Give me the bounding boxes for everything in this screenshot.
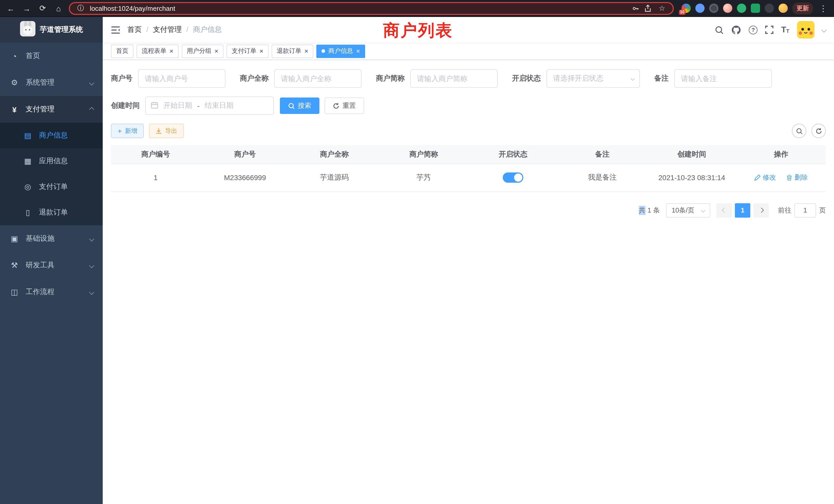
reset-button[interactable]: 重置 xyxy=(325,97,364,114)
filter-create-time: 创建时间 开始日期 - 结束日期 xyxy=(111,96,274,115)
forward-icon[interactable] xyxy=(21,3,32,14)
prev-page-button[interactable] xyxy=(717,203,732,217)
sidebar-item-system[interactable]: 系统管理 xyxy=(0,69,103,96)
merchant-table: 商户编号 商户号 商户全称 商户简称 开启状态 备注 创建时间 操作 1 xyxy=(111,145,826,192)
tab-refund-order[interactable]: 退款订单 xyxy=(272,44,313,58)
user-menu-caret-icon[interactable] xyxy=(821,27,827,32)
col-status: 开启状态 xyxy=(468,145,558,164)
export-button[interactable]: 导出 xyxy=(149,124,184,138)
font-size-icon[interactable] xyxy=(781,26,789,34)
sidebar-item-app-info[interactable]: 应用信息 xyxy=(0,148,103,174)
user-avatar[interactable] xyxy=(797,21,814,39)
remark-input[interactable] xyxy=(674,69,772,88)
browser-menu-icon[interactable] xyxy=(817,3,829,14)
cell-merchant-no: M233666999 xyxy=(200,164,290,191)
page-1-button[interactable]: 1 xyxy=(735,203,750,217)
tags-view: 首页 流程表单 用户分组 支付订单 退款订单 xyxy=(103,43,834,60)
app-logo[interactable]: 芋道管理系统 xyxy=(0,17,103,43)
target-icon xyxy=(23,182,33,191)
extension-icon[interactable] xyxy=(737,4,746,13)
grid-icon xyxy=(23,157,33,166)
yen-icon xyxy=(9,105,20,114)
close-icon[interactable] xyxy=(214,48,218,54)
url-bar[interactable]: localhost:1024/pay/merchant xyxy=(69,2,674,15)
sidebar-item-merchant-info[interactable]: 商户信息 xyxy=(0,123,103,148)
password-key-icon[interactable] xyxy=(632,4,639,12)
toggle-search-icon[interactable] xyxy=(792,124,806,138)
extension-icon[interactable]: 10 xyxy=(681,4,691,13)
total-prefix: 共 xyxy=(639,206,645,215)
page-unit-label: 页 xyxy=(819,206,826,215)
sidebar-item-workflow[interactable]: 工作流程 xyxy=(0,279,103,305)
breadcrumb-home[interactable]: 首页 xyxy=(127,25,153,35)
sidebar-item-refund-order[interactable]: 退款订单 xyxy=(0,200,103,225)
close-icon[interactable] xyxy=(305,48,308,54)
close-icon[interactable] xyxy=(259,48,263,54)
tab-merchant-info[interactable]: 商户信息 xyxy=(316,44,365,58)
tab-process-form[interactable]: 流程表单 xyxy=(137,44,178,58)
tab-user-group[interactable]: 用户分组 xyxy=(181,44,223,58)
github-icon[interactable] xyxy=(731,25,741,35)
col-short-name: 商户简称 xyxy=(379,145,468,164)
calendar-icon xyxy=(151,101,158,110)
search-button[interactable]: 搜索 xyxy=(280,97,320,114)
cell-remark: 我是备注 xyxy=(558,164,647,191)
home-icon[interactable] xyxy=(53,3,64,14)
delete-button[interactable]: 删除 xyxy=(786,173,808,182)
sidebar-item-payment[interactable]: 支付管理 xyxy=(0,96,103,123)
search-icon[interactable] xyxy=(715,25,724,34)
date-range-picker[interactable]: 开始日期 - 结束日期 xyxy=(145,96,274,115)
extension-icon[interactable] xyxy=(751,4,760,13)
page-size-select[interactable]: 10条/页 xyxy=(666,203,710,217)
main-area: 首页 支付管理 商户信息 xyxy=(103,17,834,504)
col-merchant-no: 商户号 xyxy=(200,145,290,164)
chevron-down-icon xyxy=(701,208,705,212)
status-select[interactable]: 请选择开启状态 xyxy=(546,69,640,88)
col-merchant-id: 商户编号 xyxy=(111,145,200,164)
sidebar-item-infrastructure[interactable]: 基础设施 xyxy=(0,225,103,252)
close-icon[interactable] xyxy=(356,48,360,54)
close-icon[interactable] xyxy=(170,48,173,54)
screen: localhost:1024/pay/merchant 10 更新 xyxy=(0,0,834,504)
extension-icon[interactable] xyxy=(695,4,705,13)
profile-avatar-icon[interactable] xyxy=(778,4,788,13)
col-full-name: 商户全称 xyxy=(290,145,379,164)
sidebar-toggle-icon[interactable] xyxy=(111,26,120,33)
merchant-no-input[interactable] xyxy=(138,69,225,88)
tab-home[interactable]: 首页 xyxy=(111,44,133,58)
add-button[interactable]: 新增 xyxy=(111,124,144,138)
extension-icon[interactable] xyxy=(709,4,719,13)
cell-actions: 修改 删除 xyxy=(737,164,826,191)
edit-button[interactable]: 修改 xyxy=(754,173,776,182)
site-info-icon[interactable] xyxy=(75,3,86,14)
share-icon[interactable] xyxy=(644,5,651,12)
sidebar-item-pay-order[interactable]: 支付订单 xyxy=(0,174,103,200)
chevron-down-icon xyxy=(89,236,94,241)
goto-page-input[interactable] xyxy=(794,203,816,217)
chrome-update-button[interactable]: 更新 xyxy=(792,2,813,14)
status-toggle[interactable] xyxy=(503,173,523,183)
bookmark-star-icon[interactable] xyxy=(656,3,667,14)
breadcrumb-payment[interactable]: 支付管理 xyxy=(153,25,193,35)
extension-icon[interactable] xyxy=(723,4,732,13)
sidebar-item-label: 系统管理 xyxy=(26,78,54,87)
goto-label: 前往 xyxy=(778,206,791,215)
back-icon[interactable] xyxy=(5,3,17,14)
start-date-placeholder: 开始日期 xyxy=(163,101,192,110)
reload-icon[interactable] xyxy=(37,3,48,14)
extension-icon[interactable] xyxy=(765,4,774,13)
next-page-button[interactable] xyxy=(753,203,769,217)
sidebar-item-home[interactable]: 首页 xyxy=(0,43,103,69)
button-label: 重置 xyxy=(343,101,356,110)
short-name-input[interactable] xyxy=(410,69,498,88)
tab-pay-order[interactable]: 支付订单 xyxy=(226,44,268,58)
help-icon[interactable] xyxy=(749,25,758,34)
refresh-icon[interactable] xyxy=(811,124,826,138)
field-label: 商户号 xyxy=(111,74,132,83)
tab-label: 退款订单 xyxy=(277,47,302,55)
monitor-icon xyxy=(9,234,20,243)
fullscreen-icon[interactable] xyxy=(765,26,773,34)
full-name-input[interactable] xyxy=(274,69,361,88)
col-actions: 操作 xyxy=(737,145,826,164)
sidebar-item-dev-tools[interactable]: 研发工具 xyxy=(0,252,103,279)
